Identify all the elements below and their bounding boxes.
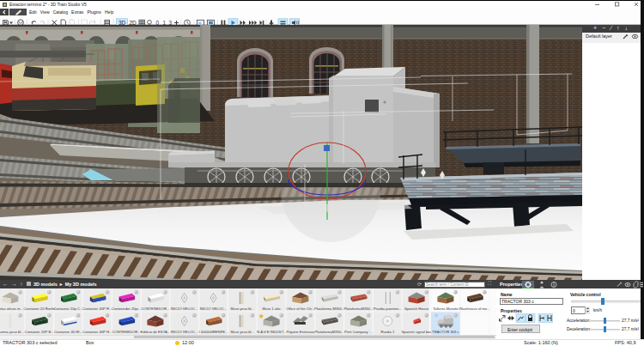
svg-text:Rueda 1: Rueda 1: [380, 330, 395, 334]
svg-text:Warehouse of me...: Warehouse of me...: [459, 307, 490, 311]
svg-text:Muro 1 alto: Muro 1 alto: [263, 307, 282, 311]
svg-text:Print Company '...: Print Company '...: [344, 330, 373, 334]
svg-text:Talleres Manolo: Talleres Manolo: [433, 307, 459, 311]
svg-text:setas oficos m...: setas oficos m...: [0, 307, 23, 311]
svg-text:Muro yeso bl...: Muro yeso bl...: [231, 330, 254, 334]
svg-text:Spanish House: Spanish House: [404, 307, 429, 311]
svg-text:PlataformaM350...: PlataformaM350...: [315, 330, 344, 334]
svg-text:N.A.V.E INDUST...: N.A.V.E INDUST...: [257, 330, 286, 334]
svg-text:CONTENEDOR...: CONTENEDOR...: [112, 330, 140, 334]
svg-text:Office of the Chi...: Office of the Chi...: [286, 307, 314, 311]
svg-text:Edificio de ESTA...: Edificio de ESTA...: [141, 330, 171, 334]
svg-text:TRACTOR 303 c: TRACTOR 303 c: [432, 330, 459, 334]
svg-text:Muro yeso bl...: Muro yeso bl...: [231, 307, 254, 311]
svg-text:INICIO VELOC...: INICIO VELOC...: [171, 330, 198, 334]
svg-text:Contenedor 20pi...: Contenedor 20pi...: [112, 307, 141, 311]
svg-text:Container 20p C...: Container 20p C...: [54, 307, 83, 311]
svg-text:INICIO VELOC...: INICIO VELOC...: [171, 307, 198, 311]
svg-text:Plataforma M350...: Plataforma M350...: [314, 307, 344, 311]
svg-text:Container 40P H...: Container 40P H...: [82, 330, 112, 334]
svg-text:Container 40P R...: Container 40P R...: [82, 307, 112, 311]
svg-text:PlataformaM350...: PlataformaM350...: [343, 307, 373, 311]
svg-text:Prueba puenten...: Prueba puenten...: [374, 307, 402, 311]
svg-text:olumna yeso bl...: olumna yeso bl...: [0, 330, 24, 334]
svg-text:Container 40 HI...: Container 40 HI...: [54, 330, 82, 334]
svg-text:Spanish signal box: Spanish signal box: [402, 330, 433, 334]
svg-text:Container 20 Renfe: Container 20 Renfe: [24, 307, 56, 311]
svg-text:Piquete Entrevias: Piquete Entrevias: [286, 330, 314, 334]
svg-text:CONTENEDOR...: CONTENEDOR...: [141, 307, 169, 311]
svg-text:INICIO VELOC...: INICIO VELOC...: [200, 307, 228, 311]
svg-text:Container 20P B...: Container 20P B...: [25, 330, 54, 334]
svg-text:I 400000RENFE...: I 400000RENFE...: [199, 330, 228, 334]
